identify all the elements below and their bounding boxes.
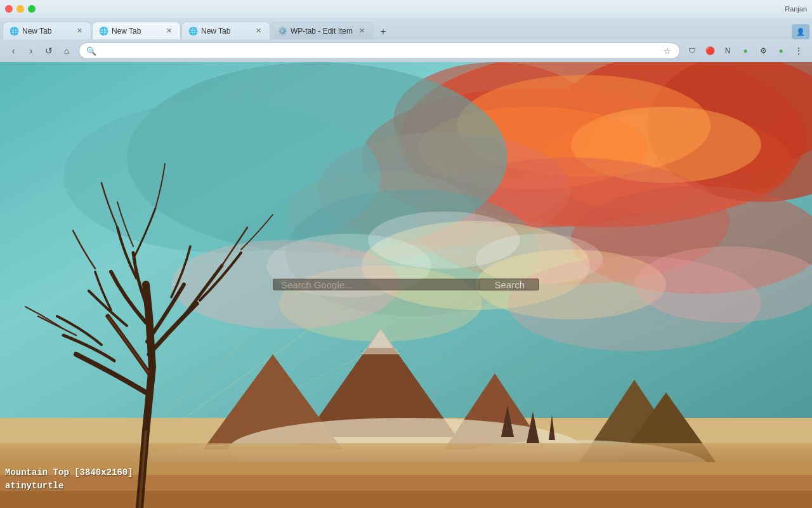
tab-4[interactable]: ⚙️ WP-tab - Edit Item ✕ bbox=[271, 22, 374, 39]
tab-bar: 🌐 New Tab ✕ 🌐 New Tab ✕ 🌐 New Tab ✕ ⚙️ W… bbox=[0, 18, 812, 39]
title-bar: Ranjan bbox=[0, 0, 812, 18]
address-input[interactable] bbox=[101, 46, 658, 56]
tab-1[interactable]: 🌐 New Tab ✕ bbox=[3, 22, 91, 39]
extension-icon-5[interactable]: ⚙ bbox=[755, 43, 771, 59]
menu-button[interactable]: ⋮ bbox=[790, 43, 807, 59]
browser-window: Ranjan 🌐 New Tab ✕ 🌐 New Tab ✕ 🌐 New Tab… bbox=[0, 0, 812, 508]
tab-3-close[interactable]: ✕ bbox=[253, 26, 263, 36]
close-button[interactable] bbox=[5, 5, 13, 13]
nav-buttons: ‹ › ↺ ⌂ bbox=[5, 43, 75, 59]
extension-icon-2[interactable]: 🔴 bbox=[702, 43, 718, 59]
reload-button[interactable]: ↺ bbox=[41, 43, 57, 59]
tab-4-favicon: ⚙️ bbox=[278, 27, 287, 36]
tab-1-close[interactable]: ✕ bbox=[74, 26, 84, 36]
address-icons: ☆ bbox=[662, 45, 673, 57]
home-button[interactable]: ⌂ bbox=[58, 43, 75, 59]
tab-2-close[interactable]: ✕ bbox=[164, 26, 174, 36]
minimize-button[interactable] bbox=[16, 5, 24, 13]
toolbar-icons: 🛡 🔴 N ● ⚙ ● ⋮ bbox=[684, 43, 807, 59]
tab-1-title: New Tab bbox=[22, 27, 70, 36]
profile-button[interactable]: 👤 bbox=[792, 24, 809, 39]
search-button[interactable]: Search bbox=[480, 279, 539, 291]
extension-icon-4[interactable]: ● bbox=[737, 43, 754, 59]
watermark: Mountain Top [3840x2160] atinyturtle bbox=[5, 466, 133, 493]
search-input-wrapper[interactable] bbox=[273, 279, 480, 291]
address-input-wrap[interactable]: 🔍 ☆ bbox=[79, 43, 680, 59]
search-widget: Search bbox=[273, 279, 539, 291]
bookmark-icon[interactable]: ☆ bbox=[662, 45, 673, 57]
svg-rect-50 bbox=[0, 491, 812, 508]
window-controls bbox=[5, 5, 36, 13]
tab-3-title: New Tab bbox=[201, 27, 249, 36]
tab-2-favicon: 🌐 bbox=[99, 27, 108, 36]
address-bar: ‹ › ↺ ⌂ 🔍 ☆ 🛡 🔴 N ● ⚙ ● ⋮ bbox=[0, 39, 812, 62]
search-input[interactable] bbox=[281, 279, 472, 290]
user-name: Ranjan bbox=[785, 5, 807, 13]
back-button[interactable]: ‹ bbox=[5, 43, 22, 59]
tab-1-favicon: 🌐 bbox=[10, 27, 18, 36]
extension-icon-1[interactable]: 🛡 bbox=[684, 43, 700, 59]
tab-4-close[interactable]: ✕ bbox=[357, 26, 367, 36]
watermark-line1: Mountain Top [3840x2160] bbox=[5, 466, 133, 479]
extension-icon-3[interactable]: N bbox=[719, 43, 736, 59]
forward-button[interactable]: › bbox=[23, 43, 39, 59]
browser-chrome: Ranjan 🌐 New Tab ✕ 🌐 New Tab ✕ 🌐 New Tab… bbox=[0, 0, 812, 62]
tab-2[interactable]: 🌐 New Tab ✕ bbox=[92, 22, 181, 39]
extension-icon-6[interactable]: ● bbox=[773, 43, 789, 59]
tab-4-title: WP-tab - Edit Item bbox=[291, 27, 353, 36]
maximize-button[interactable] bbox=[28, 5, 36, 13]
search-icon: 🔍 bbox=[86, 45, 97, 57]
new-tab-button[interactable]: + bbox=[374, 24, 392, 39]
content-area: Search Mountain Top [3840x2160] atinytur… bbox=[0, 62, 812, 508]
watermark-line2: atinyturtle bbox=[5, 479, 133, 493]
tab-3[interactable]: 🌐 New Tab ✕ bbox=[181, 22, 270, 39]
tab-2-title: New Tab bbox=[112, 27, 160, 36]
tab-3-favicon: 🌐 bbox=[188, 27, 197, 36]
